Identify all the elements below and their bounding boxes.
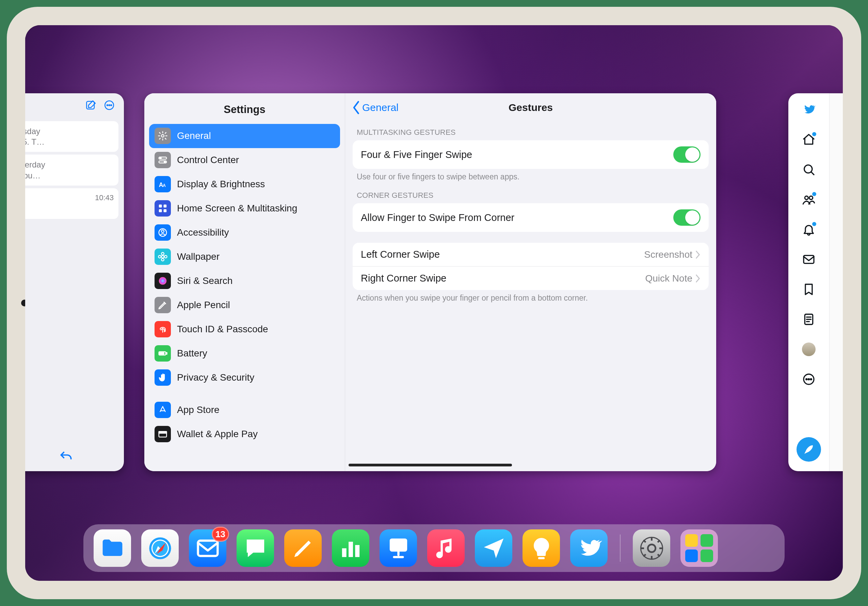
- toggle-switch[interactable]: [673, 209, 701, 226]
- svg-point-9: [164, 161, 166, 163]
- compose-tweet-button[interactable]: [797, 437, 821, 462]
- dock-app-tips[interactable]: [522, 529, 560, 567]
- cell-label: Right Corner Swipe: [361, 273, 446, 284]
- battery-icon: [155, 345, 171, 361]
- app-switcher-card-settings[interactable]: Settings GeneralControl CenterAADisplay …: [144, 93, 716, 471]
- gear-icon: [155, 128, 171, 144]
- more-icon[interactable]: [802, 372, 815, 386]
- svg-rect-41: [198, 541, 217, 556]
- svg-rect-13: [164, 205, 167, 208]
- svg-point-20: [161, 259, 164, 261]
- more-icon[interactable]: [104, 99, 115, 112]
- sidebar-item-label: General: [177, 130, 211, 141]
- settings-detail: General Gestures MULTITASKING GESTURESFo…: [345, 93, 716, 471]
- svg-rect-25: [166, 353, 167, 354]
- back-label: General: [362, 102, 398, 113]
- svg-rect-15: [164, 209, 167, 212]
- settings-title: Settings: [144, 96, 345, 122]
- svg-point-36: [808, 378, 809, 380]
- sidebar-item-label: Wallet & Apple Pay: [177, 429, 258, 440]
- svg-point-47: [648, 544, 655, 552]
- svg-point-31: [809, 196, 813, 200]
- sidebar-item-accessibility[interactable]: Accessibility: [149, 221, 340, 245]
- wallet-icon: [155, 426, 171, 442]
- svg-rect-45: [391, 539, 406, 550]
- sidebar-item-label: Apple Pencil: [177, 299, 230, 310]
- sidebar-item-wallet[interactable]: Wallet & Apple Pay: [149, 422, 340, 446]
- notifications-icon[interactable]: [802, 223, 815, 236]
- dock-app-keynote[interactable]: [380, 529, 417, 567]
- svg-rect-12: [159, 205, 162, 208]
- dock-app-twitter[interactable]: [570, 529, 608, 567]
- section-footer: Actions when you swipe your finger or pe…: [345, 290, 716, 303]
- back-button[interactable]: General: [352, 101, 398, 115]
- app-switcher-card-twitter[interactable]: [788, 93, 843, 471]
- cell-right-corner[interactable]: Right Corner SwipeQuick Note: [353, 266, 709, 290]
- cell-value: Quick Note: [645, 273, 701, 284]
- search-icon[interactable]: [802, 163, 815, 176]
- dock-folder[interactable]: [680, 529, 718, 567]
- message-preview[interactable]: 10:43: [25, 188, 118, 219]
- svg-point-23: [159, 277, 167, 285]
- sidebar-item-general[interactable]: General: [149, 124, 340, 148]
- svg-rect-44: [355, 545, 360, 556]
- reply-icon[interactable]: [25, 449, 124, 464]
- sidebar-item-display[interactable]: AADisplay & Brightness: [149, 172, 340, 197]
- bookmarks-icon[interactable]: [802, 282, 815, 296]
- cell-allow-corner[interactable]: Allow Finger to Swipe From Corner: [353, 203, 709, 232]
- cell-label: Left Corner Swipe: [361, 249, 440, 260]
- sidebar-item-label: Siri & Search: [177, 276, 232, 286]
- message-preview[interactable]: sterdayr pu…: [25, 155, 118, 185]
- switches-icon: [155, 152, 171, 168]
- lists-icon[interactable]: [802, 313, 815, 326]
- svg-rect-26: [160, 353, 164, 354]
- home-icon[interactable]: [802, 133, 815, 146]
- svg-rect-32: [804, 255, 814, 263]
- avatar[interactable]: [802, 343, 815, 356]
- sidebar-item-control-center[interactable]: Control Center: [149, 148, 340, 172]
- compose-icon[interactable]: [85, 99, 97, 112]
- fingerprint-icon: [155, 321, 171, 337]
- dock-app-numbers[interactable]: [332, 529, 369, 567]
- dock-app-safari[interactable]: [141, 529, 179, 567]
- communities-icon[interactable]: [802, 193, 815, 206]
- section-header: CORNER GESTURES: [345, 181, 716, 203]
- sidebar-item-touchid[interactable]: Touch ID & Passcode: [149, 317, 340, 341]
- toggle-switch[interactable]: [673, 146, 701, 163]
- sidebar-item-home-screen[interactable]: Home Screen & Multitasking: [149, 197, 340, 221]
- dock-app-mail[interactable]: 13: [189, 529, 226, 567]
- sidebar-item-pencil[interactable]: Apple Pencil: [149, 293, 340, 317]
- svg-point-30: [805, 196, 808, 200]
- sidebar-item-battery[interactable]: Battery: [149, 341, 340, 366]
- dock-app-telegram[interactable]: [475, 529, 512, 567]
- hand-icon: [155, 369, 171, 386]
- svg-point-19: [161, 253, 164, 255]
- svg-point-35: [806, 378, 807, 380]
- grid-icon: [155, 200, 171, 217]
- cell-left-corner[interactable]: Left Corner SwipeScreenshot: [353, 243, 709, 266]
- home-indicator[interactable]: [349, 464, 512, 467]
- messages-icon[interactable]: [802, 253, 815, 266]
- detail-navbar: General Gestures: [345, 93, 716, 122]
- dock-app-settings[interactable]: [633, 529, 670, 567]
- twitter-icon[interactable]: [802, 103, 815, 116]
- flower-icon: [155, 248, 171, 265]
- person-icon: [155, 224, 171, 241]
- sidebar-item-wallpaper[interactable]: Wallpaper: [149, 245, 340, 269]
- cell-four-five-swipe[interactable]: Four & Five Finger Swipe: [353, 140, 709, 169]
- sidebar-item-label: Control Center: [177, 155, 239, 166]
- dock: 13: [84, 524, 784, 572]
- dock-app-files[interactable]: [94, 529, 131, 567]
- svg-rect-28: [159, 432, 167, 433]
- app-switcher-card-messages[interactable]: esdayl 5. T…sterdayr pu… 10:43 ta: [25, 93, 124, 471]
- sidebar-item-privacy[interactable]: Privacy & Security: [149, 366, 340, 390]
- detail-title: Gestures: [508, 102, 553, 113]
- svg-point-5: [161, 135, 164, 137]
- dock-app-pages[interactable]: [284, 529, 322, 567]
- message-preview[interactable]: esdayl 5. T…: [25, 121, 118, 152]
- dock-app-messages[interactable]: [237, 529, 274, 567]
- dock-app-music[interactable]: [427, 529, 465, 567]
- twitter-content: [829, 93, 843, 471]
- sidebar-item-appstore[interactable]: App Store: [149, 398, 340, 422]
- sidebar-item-siri[interactable]: Siri & Search: [149, 269, 340, 293]
